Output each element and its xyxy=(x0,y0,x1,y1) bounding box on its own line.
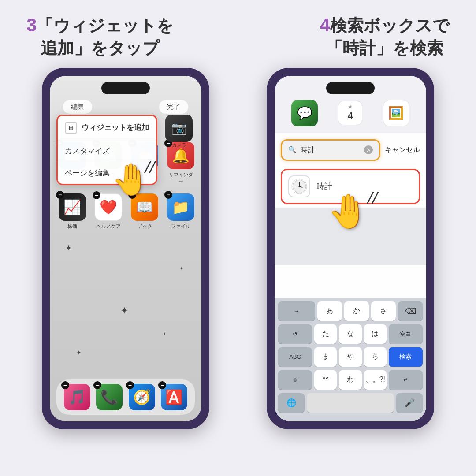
key-row-3: ABC ま や ら 検索 xyxy=(276,347,424,367)
search-input-text: 時計 xyxy=(300,145,361,155)
customize-item[interactable]: カスタマイズ xyxy=(58,140,156,162)
music-emoji: 🎵 xyxy=(68,389,86,405)
keyboard: → あ か さ ⌫ ↺ た な は 空白 xyxy=(275,298,426,421)
camera-label: カメラ xyxy=(165,142,193,149)
phone2-screen: 💬 水 4 🖼️ 🔍 時計 ✕ xyxy=(275,76,426,421)
done-button[interactable]: 完了 xyxy=(159,100,188,114)
key-row-1: → あ か さ ⌫ xyxy=(276,301,424,321)
search-clear-button[interactable]: ✕ xyxy=(364,145,373,154)
key-search[interactable]: 検索 xyxy=(389,347,423,367)
list-item: − 📈 株価 xyxy=(59,193,86,230)
key-wa[interactable]: わ xyxy=(339,370,361,390)
key-ya[interactable]: や xyxy=(339,347,361,367)
key-punct[interactable]: 、。?! xyxy=(364,370,387,390)
key-space-bar[interactable] xyxy=(307,393,394,413)
customize-label: カスタマイズ xyxy=(65,146,110,156)
list-item: − ❤️ ヘルスケア xyxy=(95,193,122,230)
phone1: 編集 完了 ⊞ ウィジェットを追加 カスタマイズ ページを編集 📷 xyxy=(42,68,209,429)
top-labels: 3「ウィジェットを追加」をタップ 4検索ボックスで「時計」を検索 xyxy=(0,0,476,63)
star-decoration4: ✦ xyxy=(163,331,166,336)
star-decoration3: ✦ xyxy=(120,305,128,316)
calendar-icon: 水 4 xyxy=(338,101,362,125)
key-row-4: ☺ ^^ わ 、。?! ↵ xyxy=(276,370,424,390)
calendar-app-area: 水 4 xyxy=(338,101,362,125)
phone-dock-icon: − 📞 xyxy=(96,384,123,410)
phone1-screen: 編集 完了 ⊞ ウィジェットを追加 カスタマイズ ページを編集 📷 xyxy=(50,76,201,421)
health-emoji: ❤️ xyxy=(100,199,117,216)
key-undo[interactable]: ↺ xyxy=(278,324,312,344)
search-input-box[interactable]: 🔍 時計 ✕ xyxy=(281,139,380,161)
camera-area: 📷 カメラ xyxy=(165,115,193,149)
key-ma[interactable]: ま xyxy=(314,347,337,367)
appstore-dock-icon: − 🅰️ xyxy=(161,384,187,410)
minus-badge: − xyxy=(158,381,166,389)
key-a[interactable]: あ xyxy=(317,301,342,321)
health-label: ヘルスケア xyxy=(97,223,121,230)
clock-result-label: 時計 xyxy=(316,181,332,192)
key-row-bottom: 🌐 🎤 xyxy=(276,393,424,413)
key-newline[interactable]: ↵ xyxy=(389,370,423,390)
reminder-label: リマインダー xyxy=(167,171,194,185)
phone-emoji: 📞 xyxy=(100,389,118,405)
add-widget-label: ウィジェットを追加 xyxy=(82,123,149,133)
stocks-icon: − 📈 xyxy=(59,193,86,221)
key-globe[interactable]: 🌐 xyxy=(278,393,305,413)
key-mic[interactable]: 🎤 xyxy=(396,393,423,413)
clock-result-icon xyxy=(288,175,310,197)
dock: − 🎵 − 📞 − 🧭 − 🅰️ xyxy=(56,379,195,415)
reminder-emoji: 🔔 xyxy=(172,147,190,164)
key-abc[interactable]: ABC xyxy=(278,347,312,367)
star-decoration: ✦ xyxy=(65,243,72,253)
cal-month: 水 xyxy=(348,104,352,110)
add-widget-item[interactable]: ⊞ ウィジェットを追加 xyxy=(58,116,156,140)
key-delete[interactable]: ⌫ xyxy=(398,301,423,321)
books-emoji: 📖 xyxy=(136,199,153,216)
health-icon: − ❤️ xyxy=(95,193,122,221)
stocks-label: 株価 xyxy=(67,223,77,230)
key-na[interactable]: な xyxy=(339,324,361,344)
minus-badge: − xyxy=(126,381,134,389)
key-dakuten[interactable]: ^^ xyxy=(314,370,337,390)
key-row-2: ↺ た な は 空白 xyxy=(276,324,424,344)
files-emoji: 📁 xyxy=(172,199,190,216)
safari-dock-icon: − 🧭 xyxy=(129,384,155,410)
phone2-top-apps: 💬 水 4 🖼️ xyxy=(275,100,426,126)
cancel-button[interactable]: キャンセル xyxy=(385,145,420,155)
camera-icon-area: 📷 xyxy=(165,115,193,142)
dynamic-island-2 xyxy=(326,82,375,94)
step4-label: 4検索ボックスで「時計」を検索 xyxy=(320,13,450,59)
edit-page-label: ページを編集 xyxy=(65,168,110,178)
widget-icon: ⊞ xyxy=(65,122,77,134)
books-icon: − 📖 xyxy=(131,193,158,221)
key-ka[interactable]: か xyxy=(344,301,369,321)
list-item: − 📁 ファイル xyxy=(167,193,194,230)
clock-svg xyxy=(291,178,307,194)
edit-button[interactable]: 編集 xyxy=(63,100,92,114)
files-icon: − 📁 xyxy=(167,193,194,221)
star-decoration5: ✦ xyxy=(76,349,82,356)
minus-badge: − xyxy=(61,381,69,389)
camera-emoji: 📷 xyxy=(171,121,187,135)
minus-badge: − xyxy=(93,191,100,199)
key-ra[interactable]: ら xyxy=(364,347,387,367)
hand-cursor-2: 🤚 xyxy=(327,195,369,228)
key-ta[interactable]: た xyxy=(314,324,337,344)
minus-badge: − xyxy=(56,191,64,199)
search-bar-row: 🔍 時計 ✕ キャンセル xyxy=(275,133,426,167)
books-label: ブック xyxy=(138,223,152,230)
key-space[interactable]: 空白 xyxy=(389,324,423,344)
cal-day: 4 xyxy=(348,110,353,122)
key-ha[interactable]: は xyxy=(364,324,387,344)
key-emoji[interactable]: ☺ xyxy=(278,370,312,390)
step3-label: 3「ウィジェットを追加」をタップ xyxy=(26,13,174,59)
key-sa[interactable]: さ xyxy=(371,301,396,321)
step3-number: 3 xyxy=(26,15,37,35)
messages-app: 💬 xyxy=(291,100,318,126)
files-label: ファイル xyxy=(171,223,190,230)
search-overlay: 🔍 時計 ✕ キャンセル xyxy=(275,133,426,421)
search-icon: 🔍 xyxy=(288,146,297,154)
star-decoration2: ✦ xyxy=(179,265,184,271)
key-arrow[interactable]: → xyxy=(278,301,315,321)
minus-badge: − xyxy=(93,381,101,389)
hand-cursor-1: 🤚 xyxy=(112,164,150,195)
